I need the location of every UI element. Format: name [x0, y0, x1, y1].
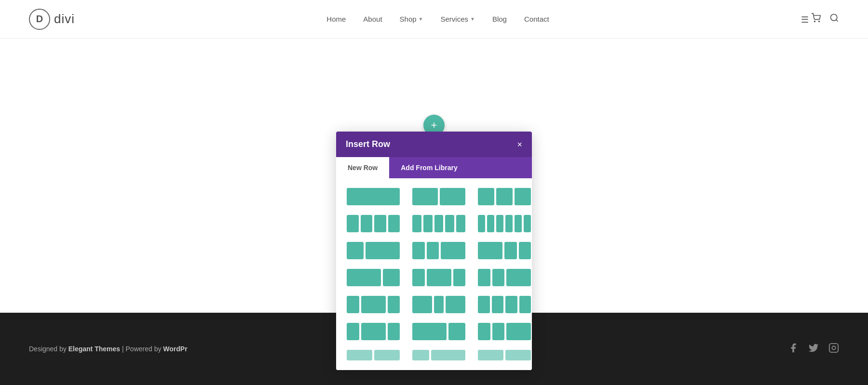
layout-2-1[interactable]: [345, 267, 402, 288]
layout-grid: [345, 186, 523, 362]
layout-row7-b[interactable]: [410, 348, 467, 362]
svg-point-0: [814, 21, 815, 22]
nav-shop[interactable]: Shop ▼: [400, 15, 423, 23]
modal-header: Insert Row ×: [336, 132, 532, 157]
layout-row6-a[interactable]: [345, 321, 402, 342]
nav-contact[interactable]: Contact: [524, 15, 549, 23]
layout-row-5: [345, 294, 523, 315]
logo-icon: D: [29, 9, 50, 30]
logo[interactable]: D divi: [29, 9, 75, 30]
twitter-icon[interactable]: [808, 343, 819, 356]
layout-5col[interactable]: [410, 213, 467, 234]
nav-blog[interactable]: Blog: [492, 15, 507, 23]
layout-row-6: [345, 321, 523, 342]
logo-text: divi: [54, 12, 75, 27]
instagram-icon[interactable]: [828, 343, 839, 356]
layout-1-2[interactable]: [345, 240, 402, 261]
footer-brand2: WordPr: [163, 345, 187, 353]
layout-row6-c[interactable]: [476, 321, 532, 342]
layout-row7-a[interactable]: [345, 348, 402, 362]
modal-body: [336, 178, 532, 370]
layout-2-1-1[interactable]: [476, 240, 532, 261]
layout-6col[interactable]: [476, 213, 532, 234]
nav-home[interactable]: Home: [326, 15, 346, 23]
footer-credit: Designed by Elegant Themes | Powered by …: [29, 345, 188, 353]
modal-close-button[interactable]: ×: [517, 140, 522, 149]
layout-1-1-2-variant[interactable]: [476, 267, 532, 288]
header: D divi Home About Shop ▼ Services ▼ Blog…: [0, 0, 868, 39]
layout-3col[interactable]: [476, 186, 532, 207]
facebook-icon[interactable]: [788, 343, 799, 356]
footer-social: [788, 343, 839, 356]
nav-icons: ☰: [801, 13, 839, 25]
layout-row-2: [345, 213, 523, 234]
nav-services[interactable]: Services ▼: [441, 15, 475, 23]
svg-point-2: [831, 14, 837, 21]
footer-brand1: Elegant Themes: [68, 345, 120, 353]
layout-row-1: [345, 186, 523, 207]
layout-equal-4[interactable]: [476, 294, 532, 315]
layout-row-7: [345, 348, 523, 362]
layout-2col[interactable]: [410, 186, 467, 207]
svg-rect-4: [829, 343, 838, 352]
layout-row-4: [345, 267, 523, 288]
layout-4col[interactable]: [345, 213, 402, 234]
layout-2-1-2[interactable]: [410, 294, 467, 315]
layout-row-3: [345, 240, 523, 261]
svg-point-1: [819, 21, 820, 22]
layout-1-2-1[interactable]: [410, 267, 467, 288]
layout-row7-c[interactable]: [476, 348, 532, 362]
insert-row-modal: Insert Row × New Row Add From Library: [336, 132, 532, 370]
services-chevron-icon: ▼: [470, 16, 475, 22]
modal-tabs: New Row Add From Library: [336, 157, 532, 178]
main-nav: Home About Shop ▼ Services ▼ Blog Contac…: [326, 15, 549, 23]
search-icon[interactable]: [829, 13, 839, 25]
layout-1col[interactable]: [345, 186, 402, 207]
nav-about[interactable]: About: [363, 15, 382, 23]
modal-title: Insert Row: [346, 139, 390, 149]
tab-new-row[interactable]: New Row: [336, 157, 389, 178]
shop-chevron-icon: ▼: [419, 16, 423, 22]
tab-add-from-library[interactable]: Add From Library: [389, 157, 469, 178]
layout-1-2-1-b[interactable]: [345, 294, 402, 315]
layout-1-1-2[interactable]: [410, 240, 467, 261]
main-area: + Insert Row × New Row Add From Library: [0, 39, 868, 385]
svg-line-3: [836, 20, 838, 22]
cart-icon[interactable]: ☰: [801, 13, 821, 25]
layout-row6-b[interactable]: [410, 321, 467, 342]
